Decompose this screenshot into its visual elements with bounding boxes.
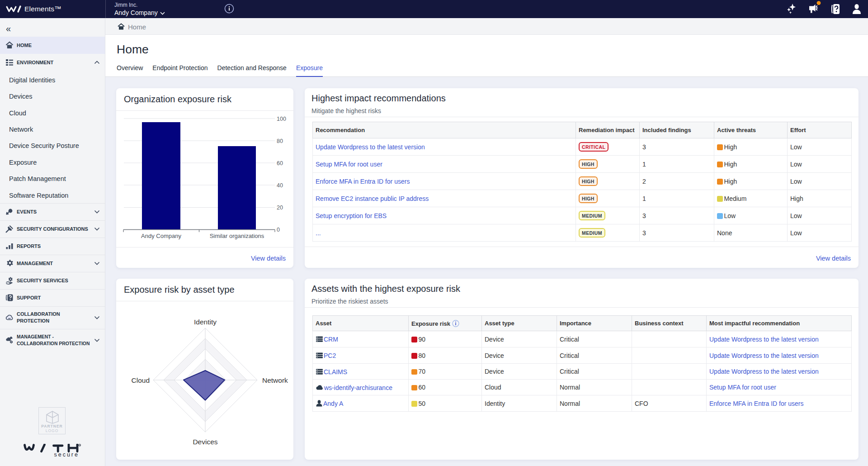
svg-text:Similar organizations: Similar organizations <box>210 233 264 239</box>
svg-text:Identity: Identity <box>194 318 217 326</box>
svg-text:Andy Company: Andy Company <box>141 233 181 239</box>
svg-text:0: 0 <box>277 227 280 233</box>
svg-text:20: 20 <box>277 204 283 211</box>
svg-text:Devices: Devices <box>193 438 217 446</box>
svg-text:40: 40 <box>277 182 283 189</box>
svg-text:secure: secure <box>54 452 79 457</box>
svg-text:60: 60 <box>277 160 283 166</box>
svg-text:Network: Network <box>262 376 288 384</box>
svg-text:100: 100 <box>277 116 286 122</box>
svg-text:80: 80 <box>277 138 283 144</box>
svg-text:Cloud: Cloud <box>132 376 150 384</box>
